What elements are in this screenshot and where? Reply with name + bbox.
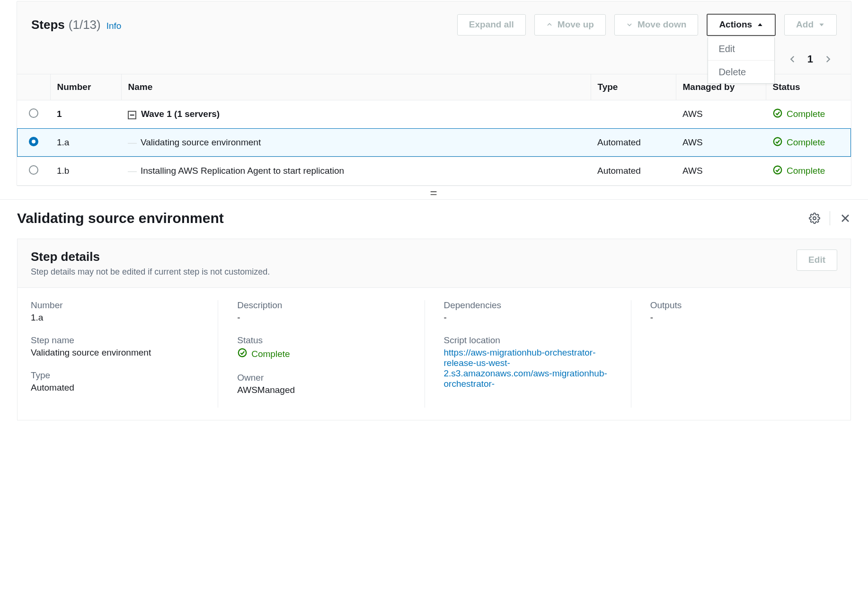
row-status: Complete — [766, 128, 851, 157]
type-label: Type — [31, 370, 199, 381]
steps-table: Number Name Type Managed by Status 1−Wav… — [17, 74, 851, 186]
close-button[interactable] — [840, 213, 851, 224]
actions-edit-item[interactable]: Edit — [708, 37, 774, 61]
check-circle-icon — [772, 136, 783, 149]
col-name[interactable]: Name — [121, 74, 591, 100]
move-up-button[interactable]: Move up — [534, 14, 606, 36]
table-row[interactable]: 1.a—Validating source environmentAutomat… — [17, 128, 851, 157]
col-number[interactable]: Number — [50, 74, 121, 100]
row-radio[interactable] — [29, 108, 38, 118]
svg-point-8 — [239, 349, 247, 357]
row-type: Automated — [591, 157, 676, 185]
step-details-subtitle: Step details may not be edited if curren… — [31, 267, 787, 277]
steps-title: Steps — [31, 18, 65, 32]
pager: 1 — [788, 48, 846, 65]
svg-point-2 — [774, 109, 782, 117]
row-radio[interactable] — [29, 165, 38, 175]
col-select — [17, 74, 50, 100]
row-name: —Installing AWS Replication Agent to sta… — [121, 157, 591, 185]
actions-button[interactable]: Actions Edit Delete — [707, 14, 776, 36]
pager-page: 1 — [807, 53, 813, 65]
outputs-label: Outputs — [650, 300, 818, 311]
step-details-title: Step details — [31, 250, 787, 264]
row-name: —Validating source environment — [121, 128, 591, 157]
status-label: Status — [237, 335, 405, 346]
actions-delete-item[interactable]: Delete — [708, 61, 774, 83]
settings-button[interactable] — [809, 213, 820, 224]
panel-resize-handle[interactable]: = — [0, 186, 868, 200]
table-row[interactable]: 1.b—Installing AWS Replication Agent to … — [17, 157, 851, 185]
move-up-label: Move up — [558, 18, 594, 31]
svg-point-5 — [813, 217, 816, 220]
script-value[interactable]: https://aws-migrationhub-orchestrator-re… — [444, 348, 612, 389]
edit-step-label: Edit — [808, 254, 825, 267]
row-number: 1.b — [50, 157, 121, 185]
tree-line-icon: — — [128, 137, 137, 147]
row-managed: AWS — [676, 100, 766, 128]
owner-value: AWSManaged — [237, 385, 405, 395]
check-circle-icon — [237, 348, 248, 360]
step-details-header: Step details Step details may not be edi… — [18, 239, 850, 288]
add-button[interactable]: Add — [784, 14, 837, 36]
desc-value: - — [237, 312, 405, 323]
expand-all-button[interactable]: Expand all — [457, 14, 526, 36]
steps-panel: Steps (1/13) Info Expand all Move up Mov… — [17, 1, 851, 186]
move-down-label: Move down — [638, 18, 686, 31]
move-down-button[interactable]: Move down — [614, 14, 698, 36]
owner-label: Owner — [237, 373, 405, 383]
svg-point-4 — [774, 166, 782, 174]
deps-value: - — [444, 312, 612, 323]
col-status[interactable]: Status — [766, 74, 851, 100]
pager-prev-button[interactable] — [788, 55, 797, 63]
stepname-label: Step name — [31, 335, 199, 346]
status-text: Complete — [251, 349, 290, 359]
check-circle-icon — [772, 165, 783, 178]
collapse-icon[interactable]: − — [128, 111, 136, 119]
row-status: Complete — [766, 157, 851, 185]
svg-point-3 — [774, 137, 782, 145]
actions-label: Actions — [719, 18, 752, 31]
triangle-up-icon — [757, 21, 763, 28]
row-radio[interactable] — [29, 137, 38, 146]
steps-count: (1/13) — [69, 18, 101, 32]
pager-next-button[interactable] — [824, 55, 832, 63]
number-value: 1.a — [31, 312, 199, 323]
col-type[interactable]: Type — [591, 74, 676, 100]
step-details-body: Number 1.a Step name Validating source e… — [18, 288, 850, 420]
deps-label: Dependencies — [444, 300, 612, 311]
edit-step-button[interactable]: Edit — [797, 250, 837, 271]
type-value: Automated — [31, 383, 199, 393]
script-label: Script location — [444, 335, 612, 346]
outputs-value: - — [650, 312, 818, 323]
expand-all-label: Expand all — [469, 18, 514, 31]
row-name: −Wave 1 (1 servers) — [121, 100, 591, 128]
row-type — [591, 100, 676, 128]
table-row[interactable]: 1−Wave 1 (1 servers)AWSComplete — [17, 100, 851, 128]
row-number: 1.a — [50, 128, 121, 157]
row-number: 1 — [50, 100, 121, 128]
triangle-down-icon — [818, 21, 825, 28]
steps-panel-header: Steps (1/13) Info Expand all Move up Mov… — [17, 1, 851, 48]
chevron-down-icon — [626, 21, 633, 28]
svg-marker-0 — [758, 23, 762, 26]
desc-label: Description — [237, 300, 405, 311]
step-details-panel: Step details Step details may not be edi… — [17, 239, 851, 420]
divider — [830, 211, 830, 225]
actions-dropdown: Edit Delete — [708, 37, 775, 84]
tree-line-icon: — — [128, 166, 137, 176]
row-type: Automated — [591, 128, 676, 157]
detail-header: Validating source environment — [0, 200, 868, 231]
stepname-value: Validating source environment — [31, 348, 199, 358]
row-managed: AWS — [676, 128, 766, 157]
chevron-up-icon — [546, 21, 553, 28]
status-value: Complete — [237, 348, 405, 360]
check-circle-icon — [772, 108, 783, 121]
detail-title: Validating source environment — [17, 210, 799, 226]
row-status: Complete — [766, 100, 851, 128]
info-link[interactable]: Info — [106, 21, 122, 31]
svg-marker-1 — [819, 24, 824, 27]
row-managed: AWS — [676, 157, 766, 185]
add-label: Add — [796, 18, 814, 31]
steps-title-block: Steps (1/13) Info — [31, 18, 449, 32]
number-label: Number — [31, 300, 199, 311]
